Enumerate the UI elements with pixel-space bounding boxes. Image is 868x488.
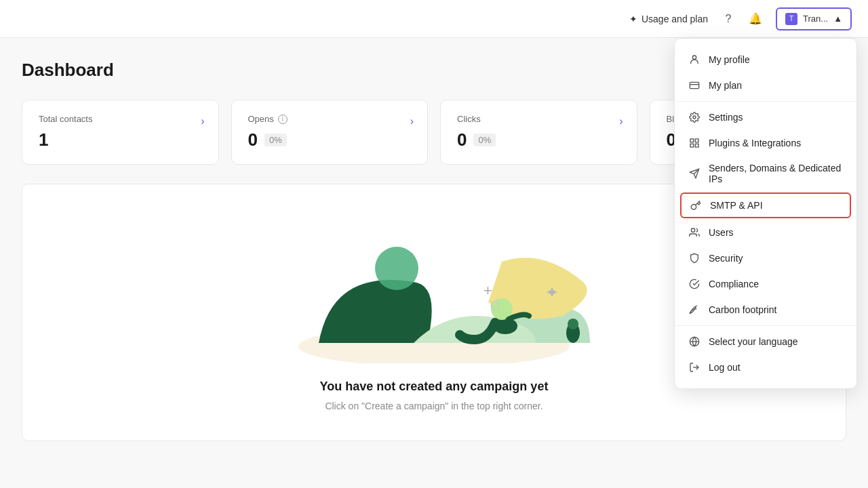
- contacts-arrow-icon[interactable]: ›: [201, 115, 204, 127]
- account-button[interactable]: T Tran... ▲: [776, 7, 852, 30]
- svg-rect-9: [690, 82, 698, 88]
- my-profile-label: My profile: [709, 54, 750, 65]
- svg-point-11: [693, 116, 696, 119]
- stat-card-total-contacts: Total contacts 1 ›: [22, 100, 219, 165]
- campaign-empty-title: You have not created any campaign yet: [320, 380, 549, 394]
- smtp-api-label: SMTP & API: [710, 200, 763, 211]
- usage-plan-link[interactable]: ✦ Usage and plan: [629, 14, 708, 24]
- settings-label: Settings: [709, 112, 743, 123]
- grid-icon: [688, 137, 701, 149]
- stat-card-opens: Opens i 0 0% ›: [231, 100, 429, 165]
- bell-icon[interactable]: 🔔: [749, 12, 762, 26]
- language-label: Select your language: [709, 336, 798, 347]
- campaign-empty-subtitle: Click on "Create a campaign" in the top …: [325, 401, 542, 411]
- usage-plan-label: Usage and plan: [642, 14, 708, 24]
- dropdown-item-senders[interactable]: Senders, Domains & Dedicated IPs: [675, 156, 856, 191]
- users-icon: [688, 226, 701, 239]
- dropdown-item-users[interactable]: Users: [675, 220, 856, 245]
- stat-label-total-contacts: Total contacts: [39, 114, 202, 124]
- key-icon: [690, 199, 702, 211]
- svg-point-18: [691, 228, 694, 232]
- dropdown-section-profile: My profile My plan: [675, 44, 856, 101]
- stat-card-clicks: Clicks 0 0% ›: [440, 100, 637, 165]
- stat-value-opens: 0: [248, 129, 258, 150]
- dropdown-item-logout[interactable]: Log out: [675, 354, 856, 380]
- svg-rect-15: [695, 144, 698, 147]
- svg-rect-13: [695, 139, 698, 142]
- security-label: Security: [709, 253, 743, 264]
- dropdown-item-carbon[interactable]: Carbon footprint: [675, 297, 856, 323]
- users-label: Users: [709, 227, 734, 238]
- opens-info-icon[interactable]: i: [278, 115, 288, 124]
- logout-icon: [688, 361, 701, 373]
- dropdown-section-settings: Settings Plugins & Integrations Senders,…: [675, 101, 856, 325]
- dropdown-item-settings[interactable]: Settings: [675, 104, 856, 130]
- stat-value-contacts: 1: [39, 129, 48, 150]
- plugins-label: Plugins & Integrations: [709, 138, 801, 148]
- chevron-up-icon: ▲: [833, 14, 842, 24]
- logout-label: Log out: [709, 362, 741, 373]
- spark-icon: ✦: [629, 14, 637, 24]
- my-plan-label: My plan: [709, 80, 742, 91]
- dropdown-item-my-profile[interactable]: My profile: [675, 47, 856, 73]
- globe-icon: [688, 336, 701, 348]
- stat-pct-opens: 0%: [264, 134, 287, 146]
- dropdown-item-my-plan[interactable]: My plan: [675, 73, 856, 98]
- stat-pct-clicks: 0%: [473, 134, 496, 146]
- opens-arrow-icon[interactable]: ›: [410, 115, 414, 127]
- campaign-illustration: +: [278, 214, 590, 363]
- leaf-icon: [688, 304, 701, 316]
- dropdown-item-plugins[interactable]: Plugins & Integrations: [675, 130, 856, 156]
- topnav: ✦ Usage and plan ? 🔔 T Tran... ▲: [0, 0, 868, 38]
- svg-point-1: [375, 247, 418, 290]
- shield-icon: [688, 252, 701, 264]
- svg-rect-12: [690, 139, 694, 142]
- svg-rect-14: [690, 144, 694, 147]
- stat-label-clicks: Clicks: [457, 114, 620, 124]
- account-dropdown: My profile My plan Settings Plugins & In…: [674, 38, 857, 389]
- senders-label: Senders, Domains & Dedicated IPs: [709, 163, 843, 184]
- clicks-arrow-icon[interactable]: ›: [619, 115, 623, 127]
- dropdown-section-misc: Select your language Log out: [675, 325, 856, 383]
- account-icon-letter: T: [789, 15, 793, 22]
- check-circle-icon: [688, 278, 701, 290]
- svg-point-7: [568, 319, 578, 329]
- svg-point-8: [692, 56, 696, 59]
- card-icon: [688, 79, 701, 92]
- dropdown-item-compliance[interactable]: Compliance: [675, 271, 856, 297]
- stat-value-clicks: 0: [457, 129, 467, 150]
- dropdown-item-security[interactable]: Security: [675, 245, 856, 271]
- account-logo-icon: T: [785, 13, 797, 25]
- person-icon: [688, 54, 701, 66]
- account-btn-label: Tran...: [803, 14, 828, 24]
- send-icon: [688, 167, 701, 180]
- dropdown-item-smtp-api[interactable]: SMTP & API: [682, 194, 850, 217]
- dropdown-item-smtp-api-wrapper: SMTP & API: [680, 192, 851, 218]
- help-icon[interactable]: ?: [722, 12, 735, 26]
- compliance-label: Compliance: [709, 279, 759, 289]
- svg-text:+: +: [484, 282, 492, 299]
- dropdown-item-language[interactable]: Select your language: [675, 329, 856, 354]
- stat-label-opens: Opens i: [248, 114, 412, 124]
- carbon-label: Carbon footprint: [709, 304, 776, 315]
- gear-icon: [688, 111, 701, 123]
